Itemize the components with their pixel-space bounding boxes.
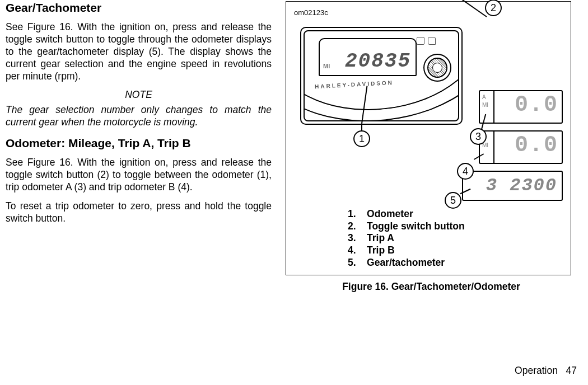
cluster-inner: MI 20835 HARLEY-DAVIDSON: [304, 30, 459, 121]
callout-2: 2: [485, 0, 502, 16]
note-label: NOTE: [6, 89, 272, 101]
heading-odometer: Odometer: Mileage, Trip A, Trip B: [6, 137, 272, 150]
figure-legend: 1. Odometer 2. Toggle switch button 3. T…: [348, 208, 465, 269]
figure-caption: Figure 16. Gear/Tachometer/Odometer: [286, 281, 577, 293]
legend-item-3: 3. Trip A: [348, 232, 465, 245]
legend-item-1: 1. Odometer: [348, 208, 465, 220]
callout-4: 4: [457, 163, 474, 180]
footer-page-number: 47: [566, 365, 577, 376]
gear-tach-value: 3 2300: [486, 175, 557, 196]
toggle-switch-button[interactable]: [423, 54, 451, 82]
callout-5: 5: [445, 192, 461, 209]
gear-tach-display: 3 2300: [462, 171, 563, 201]
figure-ref-code: om02123c: [294, 8, 328, 17]
para-gear-tach: See Figure 16. With the ignition on, pre…: [6, 21, 272, 82]
instrument-cluster: MI 20835 HARLEY-DAVIDSON: [300, 27, 463, 125]
legend-item-5: 5. Gear/tachometer: [348, 257, 465, 269]
figure-16-box: om02123c MI 20835 HARLEY-DAVIDSON: [286, 1, 571, 275]
trip-a-value: 0.0: [515, 92, 558, 118]
callout-3: 3: [470, 128, 487, 145]
note-text: The gear selection number only changes t…: [6, 104, 272, 129]
engine-icon: [428, 37, 436, 45]
odometer-display: MI 20835: [319, 38, 417, 76]
para-odometer-1: See Figure 16. With the ignition on, pre…: [6, 157, 272, 194]
page-footer: Operation 47: [515, 365, 577, 377]
footer-section: Operation: [515, 365, 558, 376]
callout-1: 1: [353, 130, 370, 147]
heading-gear-tach: Gear/Tachometer: [6, 1, 272, 15]
legend-item-4: 4. Trip B: [348, 245, 465, 257]
trip-a-display: A MI 0.0: [479, 90, 563, 124]
trip-a-unit: MI: [482, 101, 493, 109]
odometer-unit: MI: [323, 63, 330, 69]
trip-b-display: B MI 0.0: [479, 130, 563, 164]
para-odometer-2: To reset a trip odometer to zero, press …: [6, 200, 272, 225]
trip-b-value: 0.0: [515, 133, 558, 158]
fuel-icon: [417, 37, 424, 45]
trip-a-letter: A: [482, 93, 493, 101]
legend-item-2: 2. Toggle switch button: [348, 220, 465, 233]
odometer-value: 20835: [345, 50, 411, 73]
